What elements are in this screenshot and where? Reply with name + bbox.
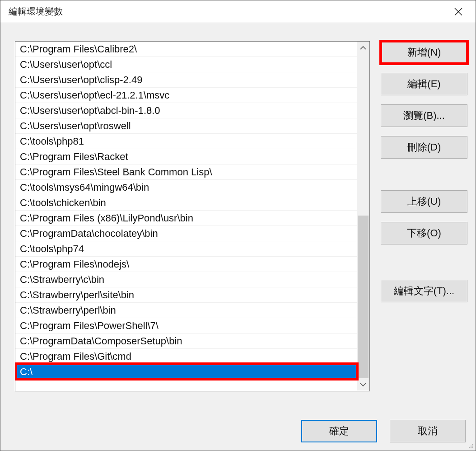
list-item[interactable]: C:\Program Files\Git\cmd (15, 349, 357, 364)
footer: 確定 取消 (15, 402, 467, 442)
list-item[interactable]: C:\ (15, 364, 357, 380)
spacer (381, 254, 467, 271)
list-item[interactable]: C:\Users\user\opt\roswell (15, 118, 357, 134)
list-item[interactable]: C:\tools\msys64\mingw64\bin (15, 180, 357, 195)
svg-rect-5 (469, 447, 470, 448)
move-down-button[interactable]: 下移(O) (381, 222, 467, 244)
titlebar: 編輯環境變數 (0, 0, 476, 23)
list-item[interactable]: C:\Program Files\PowerShell\7\ (15, 318, 357, 334)
main-row: C:\Program Files\Calibre2\C:\Users\user\… (15, 41, 467, 402)
scroll-up-button[interactable] (357, 42, 369, 54)
edit-text-button[interactable]: 編輯文字(T)... (381, 280, 467, 302)
list-item[interactable]: C:\Strawberry\perl\bin (15, 303, 357, 318)
close-icon (454, 8, 462, 16)
ok-button[interactable]: 確定 (301, 420, 377, 442)
scroll-thumb[interactable] (358, 216, 369, 378)
dialog-content: C:\Program Files\Calibre2\C:\Users\user\… (0, 23, 476, 451)
list-item[interactable]: C:\Program Files\Racket (15, 149, 357, 164)
close-button[interactable] (449, 3, 467, 21)
chevron-up-icon (360, 46, 366, 50)
svg-rect-7 (472, 447, 473, 448)
resize-grip-icon[interactable] (468, 443, 474, 449)
svg-rect-3 (471, 446, 471, 446)
list-item[interactable]: C:\Program Files (x86)\LilyPond\usr\bin (15, 211, 357, 226)
list-items: C:\Program Files\Calibre2\C:\Users\user\… (15, 42, 357, 380)
list-item[interactable]: C:\tools\chicken\bin (15, 195, 357, 211)
list-item[interactable]: C:\Users\user\opt\clisp-2.49 (15, 72, 357, 88)
spacer (381, 168, 467, 181)
list-item[interactable]: C:\Users\user\opt\ecl-21.2.1\msvc (15, 88, 357, 103)
list-item[interactable]: C:\tools\php81 (15, 134, 357, 149)
list-item[interactable]: C:\Users\user\opt\ccl (15, 57, 357, 72)
side-buttons: 新增(N) 編輯(E) 瀏覽(B)... 刪除(D) 上移(U) 下移(O) 編… (381, 41, 467, 402)
path-listbox[interactable]: C:\Program Files\Calibre2\C:\Users\user\… (15, 41, 370, 391)
list-item[interactable]: C:\Program Files\nodejs\ (15, 257, 357, 272)
new-button[interactable]: 新增(N) (381, 41, 467, 64)
scrollbar[interactable] (357, 42, 369, 391)
delete-button[interactable]: 刪除(D) (381, 136, 467, 159)
list-item[interactable]: C:\Program Files\Calibre2\ (15, 42, 357, 57)
list-item[interactable]: C:\Strawberry\c\bin (15, 272, 357, 287)
dialog-window: 編輯環境變數 C:\Program Files\Calibre2\C:\User… (0, 0, 476, 451)
list-item[interactable]: C:\Users\user\opt\abcl-bin-1.8.0 (15, 103, 357, 118)
svg-rect-2 (472, 444, 473, 445)
window-title: 編輯環境變數 (9, 5, 63, 18)
move-up-button[interactable]: 上移(U) (381, 190, 467, 213)
list-item[interactable]: C:\ProgramData\chocolatey\bin (15, 226, 357, 241)
scroll-down-button[interactable] (357, 378, 369, 391)
browse-button[interactable]: 瀏覽(B)... (381, 104, 467, 127)
chevron-down-icon (360, 382, 366, 387)
list-item[interactable]: C:\Program Files\Steel Bank Common Lisp\ (15, 164, 357, 180)
cancel-button[interactable]: 取消 (390, 420, 466, 442)
list-item[interactable]: C:\tools\php74 (15, 241, 357, 257)
edit-button[interactable]: 編輯(E) (381, 73, 467, 95)
svg-rect-6 (471, 447, 471, 448)
list-item[interactable]: C:\Strawberry\perl\site\bin (15, 287, 357, 303)
svg-rect-4 (472, 446, 473, 446)
list-item[interactable]: C:\ProgramData\ComposerSetup\bin (15, 334, 357, 349)
list-wrap: C:\Program Files\Calibre2\C:\Users\user\… (15, 41, 370, 402)
